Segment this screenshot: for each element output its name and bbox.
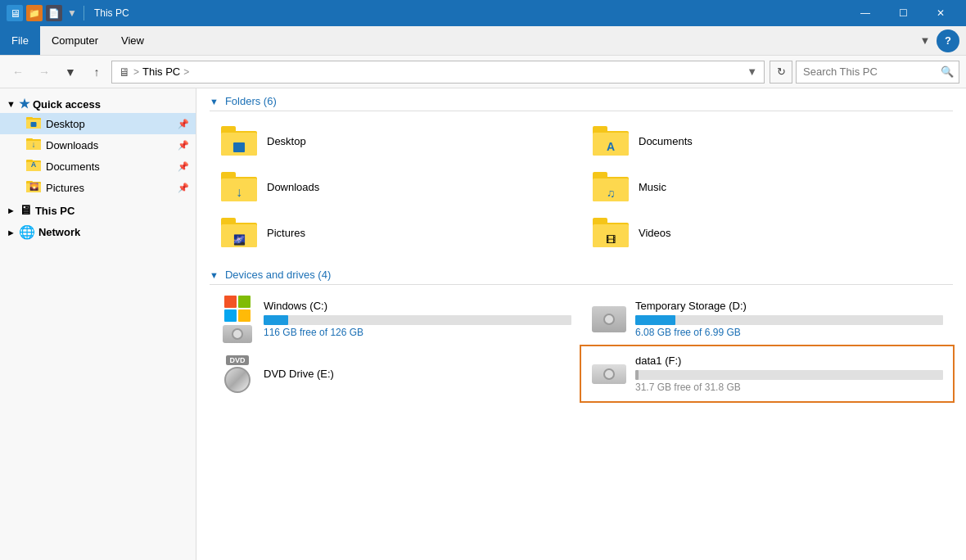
address-path: This PC <box>142 65 180 78</box>
drive-e-name: DVD Drive (E:) <box>264 368 571 380</box>
desktop-folder-icon <box>26 116 41 131</box>
sidebar-this-pc[interactable]: ► 🖥 This PC <box>0 198 196 219</box>
pictures-folder-label: Pictures <box>267 227 305 239</box>
sidebar-item-pictures[interactable]: 🌄 Pictures 📌 <box>0 177 196 198</box>
documents-folder-icon-large: A <box>591 124 630 157</box>
documents-folder-icon: A <box>26 159 41 174</box>
folder-downloads[interactable]: ↓ Downloads <box>210 164 581 210</box>
forward-button[interactable]: → <box>33 61 56 84</box>
app-icon-1: 🖥 <box>7 5 23 21</box>
menu-view[interactable]: View <box>110 26 156 55</box>
downloads-folder-icon: ↓ <box>26 138 41 152</box>
network-icon: 🌐 <box>19 224 35 240</box>
sidebar-downloads-label: Downloads <box>46 139 98 151</box>
menu-expand-button[interactable]: ▼ <box>914 29 937 52</box>
back-button[interactable]: ← <box>7 61 29 84</box>
close-button[interactable]: ✕ <box>922 0 959 26</box>
star-icon: ★ <box>19 97 29 111</box>
drives-grid: Windows (C:) 116 GB free of 126 GB Tempo… <box>196 291 966 408</box>
quick-access-label: Quick access <box>33 98 101 111</box>
search-input[interactable] <box>803 65 941 78</box>
sidebar-quick-access[interactable]: ▼ ★ Quick access <box>0 92 196 113</box>
downloads-folder-icon-large: ↓ <box>219 170 259 203</box>
folders-grid: Desktop A Documents <box>196 118 966 262</box>
drive-f-info: data1 (F:) 31.7 GB free of 31.8 GB <box>635 355 943 393</box>
addressbar: ← → ▼ ↑ 🖥 > This PC > ▼ ↻ 🔍 <box>0 56 966 88</box>
sidebar-item-desktop[interactable]: Desktop 📌 <box>0 113 196 134</box>
pin-icon-desktop: 📌 <box>178 119 189 129</box>
sidebar: ▼ ★ Quick access Desktop 📌 ↓ Downloads 📌… <box>0 88 196 560</box>
drive-e[interactable]: DVD DVD Drive (E:) <box>210 346 581 401</box>
drives-section-header[interactable]: ▼ Devices and drives (4) <box>196 262 966 284</box>
folder-documents[interactable]: A Documents <box>581 118 953 164</box>
desktop-folder-icon-large <box>219 124 259 157</box>
music-folder-label: Music <box>639 181 666 193</box>
menu-file[interactable]: File <box>0 26 40 55</box>
drive-c-info: Windows (C:) 116 GB free of 126 GB <box>264 300 571 338</box>
content-area: ▼ Folders (6) Desktop <box>196 88 966 560</box>
folders-header-label: Folders (6) <box>225 95 277 107</box>
minimize-button[interactable]: — <box>846 0 884 26</box>
app-icon-3: 📄 <box>46 5 62 21</box>
folder-videos[interactable]: 🎞 Videos <box>581 210 953 255</box>
pictures-folder-icon: 🌄 <box>26 180 41 195</box>
address-box[interactable]: 🖥 > This PC > ▼ <box>111 61 765 84</box>
address-sep-2: > <box>183 66 189 78</box>
drive-d-free: 6.08 GB free of 6.99 GB <box>635 327 943 338</box>
app-icon-2: 📁 <box>26 5 43 21</box>
chevron-right-icon: ► <box>7 205 16 215</box>
drive-d-info: Temporary Storage (D:) 6.08 GB free of 6… <box>635 300 943 338</box>
address-dropdown-arrow[interactable]: ▼ <box>747 65 757 78</box>
drives-header-label: Devices and drives (4) <box>225 269 331 281</box>
folders-section-header[interactable]: ▼ Folders (6) <box>196 88 966 111</box>
titlebar: 🖥 📁 📄 ▼ This PC — ☐ ✕ <box>0 0 966 26</box>
drive-f-bar-wrap <box>635 370 943 380</box>
drive-d-bar <box>635 315 675 325</box>
pictures-folder-icon-large: 🌌 <box>219 216 259 249</box>
computer-icon: 🖥 <box>19 203 32 218</box>
drive-c-free: 116 GB free of 126 GB <box>264 327 571 338</box>
sidebar-pictures-label: Pictures <box>46 182 84 194</box>
address-sep-1: > <box>133 66 139 78</box>
sidebar-network[interactable]: ► 🌐 Network <box>0 219 196 242</box>
folders-divider <box>210 111 953 111</box>
sidebar-this-pc-label: This PC <box>35 205 74 217</box>
search-icon: 🔍 <box>941 65 954 78</box>
titlebar-icons: 🖥 📁 📄 ▼ <box>7 5 77 21</box>
titlebar-title: This PC <box>94 7 842 19</box>
usb-drive-icon <box>591 358 627 391</box>
drive-f[interactable]: data1 (F:) 31.7 GB free of 31.8 GB <box>581 346 953 401</box>
drive-d[interactable]: Temporary Storage (D:) 6.08 GB free of 6… <box>581 291 953 346</box>
drive-d-bar-wrap <box>635 315 943 325</box>
downloads-folder-label: Downloads <box>267 181 319 193</box>
document-a-icon: A <box>31 160 37 169</box>
drive-c-name: Windows (C:) <box>264 300 571 312</box>
download-arrow-icon: ↓ <box>32 140 36 149</box>
refresh-button[interactable]: ↻ <box>770 61 792 84</box>
sidebar-item-documents[interactable]: A Documents 📌 <box>0 156 196 177</box>
pin-icon-downloads: 📌 <box>178 140 189 151</box>
drive-c[interactable]: Windows (C:) 116 GB free of 126 GB <box>210 291 581 346</box>
folder-desktop[interactable]: Desktop <box>210 118 581 164</box>
address-computer-icon: 🖥 <box>119 65 130 79</box>
pin-icon-documents: 📌 <box>178 161 189 172</box>
sidebar-network-label: Network <box>38 226 80 238</box>
drive-d-name: Temporary Storage (D:) <box>635 300 943 312</box>
desktop-folder-label: Desktop <box>267 135 306 147</box>
titlebar-dropdown[interactable]: ▼ <box>67 7 77 19</box>
videos-folder-label: Videos <box>639 227 671 239</box>
history-dropdown[interactable]: ▼ <box>59 61 82 84</box>
search-box[interactable]: 🔍 <box>796 61 959 84</box>
menu-computer[interactable]: Computer <box>40 26 110 55</box>
sidebar-item-downloads[interactable]: ↓ Downloads 📌 <box>0 134 196 156</box>
dvd-drive-icon: DVD <box>219 358 255 391</box>
help-button[interactable]: ? <box>937 29 959 52</box>
drives-divider <box>210 284 953 285</box>
sidebar-documents-label: Documents <box>46 160 100 173</box>
maximize-button[interactable]: ☐ <box>884 0 922 26</box>
folder-music[interactable]: ♫ Music <box>581 164 953 210</box>
up-button[interactable]: ↑ <box>85 61 108 84</box>
drive-f-name: data1 (F:) <box>635 355 943 367</box>
drive-f-bar <box>635 370 639 380</box>
folder-pictures[interactable]: 🌌 Pictures <box>210 210 581 255</box>
